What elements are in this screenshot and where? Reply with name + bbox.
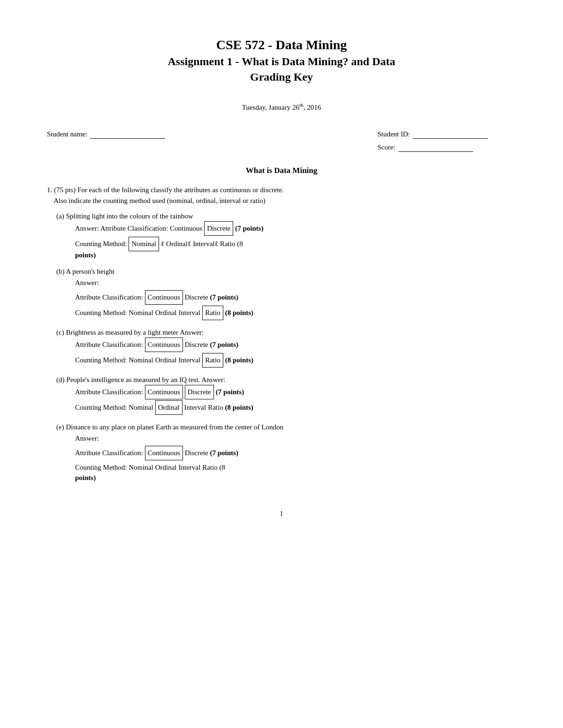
subquestion-c-text: (c) Brightness as measured by a light me… — [56, 329, 516, 337]
title-line1: CSE 572 - Data Mining — [47, 38, 516, 53]
question-1-number: 1. — [47, 186, 54, 194]
subq-a-points-bold: points) — [75, 251, 516, 259]
subquestion-a: (a) Splitting light into the colours of … — [56, 212, 516, 259]
subq-b-ratio-box: Ratio — [202, 306, 223, 320]
subquestion-a-text: (a) Splitting light into the colours of … — [56, 212, 516, 220]
question-1-text-line1: (75 pts) For each of the following class… — [54, 186, 284, 194]
date-text: Tuesday, January 26th, 2016 — [242, 104, 321, 111]
subquestion-e: (e) Distance to any place on planet Eart… — [56, 423, 516, 482]
subq-c-counting-prefix: Counting Method: Nominal — [75, 354, 153, 367]
subquestion-b: (b) A person's height Answer: Attribute … — [56, 268, 516, 320]
date-line: Tuesday, January 26th, 2016 — [47, 102, 516, 112]
title-line2: Assignment 1 - What is Data Mining? and … — [47, 55, 516, 68]
score-underline — [398, 143, 473, 152]
subq-c-discrete: Discrete (7 points) — [185, 338, 238, 351]
subq-b-answer: Answer: — [75, 277, 99, 289]
subq-a-ratio: Ratio (8 — [220, 238, 243, 250]
subq-b-label: (b) — [56, 268, 66, 275]
subq-e-answer: Answer: — [75, 432, 99, 445]
subq-a-label: (a) — [56, 212, 66, 220]
subq-d-attr-row: Attribute Classification: Continuous Dis… — [75, 385, 516, 399]
subq-a-answer-row1: Answer: Attribute Classification: Contin… — [75, 221, 516, 236]
subq-e-attr-prefix: Attribute Classification: — [75, 447, 143, 459]
student-name-field: Student name: — [47, 130, 165, 139]
title-line3: Grading Key — [47, 71, 516, 83]
page-number: 1 — [47, 510, 516, 518]
subq-d-counting-row: Counting Method: Nominal Ordinal Interva… — [75, 400, 516, 415]
subq-c-content: Brightness as measured by a light meter … — [66, 329, 204, 336]
subq-a-counting-row: Counting Method: Nominalℓ Ordinalℓ Inter… — [75, 237, 516, 251]
student-info: Student name: Student ID: Score: — [47, 130, 516, 152]
subquestion-b-text: (b) A person's height — [56, 268, 516, 276]
subquestion-c: (c) Brightness as measured by a light me… — [56, 329, 516, 368]
subq-c-ordinal: Ordinal — [155, 354, 177, 367]
subq-b-counting-prefix: Counting Method: Nominal — [75, 307, 153, 319]
subq-e-counting-row: Counting Method: Nominal Ordinal Interva… — [75, 461, 516, 474]
student-name-section: Student name: — [47, 130, 165, 152]
subq-b-attr-prefix: Attribute Classification: — [75, 291, 143, 304]
subq-b-ordinal: Ordinal — [155, 307, 177, 319]
subq-c-counting-row: Counting Method: Nominal Ordinal Interva… — [75, 353, 516, 368]
subq-e-ratio: Ratio (8 — [202, 461, 225, 474]
student-id-underline — [413, 130, 488, 139]
subq-b-continuous-box: Continuous — [145, 290, 183, 305]
subq-d-counting-prefix: Counting Method: Nominal — [75, 401, 153, 414]
subq-c-label: (c) — [56, 329, 66, 336]
subq-a-nominal-box: Nominal — [129, 237, 159, 251]
subq-e-ordinal: Ordinal — [155, 461, 177, 474]
section-title: What is Data Mining — [47, 166, 516, 175]
subq-d-discrete-box: Discrete — [185, 385, 214, 399]
question-1: 1. (75 pts) For each of the following cl… — [47, 185, 516, 482]
subquestion-d: (d) People's intelligence as measured by… — [56, 376, 516, 415]
subquestion-e-text: (e) Distance to any place on planet Eart… — [56, 423, 516, 431]
subq-a-discrete-box: Discrete — [204, 221, 233, 236]
subq-b-points: (8 points) — [225, 307, 253, 319]
score-field: Score: — [377, 143, 488, 152]
subq-b-discrete: Discrete (7 points) — [185, 291, 238, 304]
subq-a-counting-prefix: Counting Method: — [75, 238, 127, 250]
question-1-intro: 1. (75 pts) For each of the following cl… — [47, 185, 516, 206]
subq-b-content: A person's height — [66, 268, 114, 275]
subq-d-ratio: Ratio (8 points) — [208, 401, 253, 414]
subq-d-interval: Interval — [184, 401, 206, 414]
subq-b-counting-row: Counting Method: Nominal Ordinal Interva… — [75, 306, 516, 320]
subq-a-ordinal: Ordinalℓ — [166, 238, 191, 250]
subq-d-continuous-box: Continuous — [145, 385, 183, 399]
score-label: Score: — [377, 143, 395, 151]
subq-a-interval: Intervalℓ — [193, 238, 218, 250]
subq-e-content: Distance to any place on planet Earth as… — [66, 423, 283, 431]
subq-e-answer-answer: Answer: — [75, 432, 516, 445]
page-header: CSE 572 - Data Mining Assignment 1 - Wha… — [47, 38, 516, 83]
subq-d-points1: (7 points) — [216, 386, 244, 398]
subq-d-attr-prefix: Attribute Classification: — [75, 386, 143, 398]
subq-a-l1: ℓ — [161, 238, 164, 250]
subq-d-ordinal-box: Ordinal — [155, 400, 183, 415]
subq-d-content: People's intelligence as measured by an … — [66, 376, 225, 383]
subq-b-answer-answer: Answer: — [75, 277, 516, 289]
student-id-label: Student ID: — [377, 130, 410, 138]
subq-c-ratio-box: Ratio — [202, 353, 223, 368]
subq-e-continuous-box: Continuous — [145, 446, 183, 460]
subq-c-interval: Interval — [179, 354, 201, 367]
student-id-section: Student ID: Score: — [377, 130, 488, 152]
subq-b-attr-row: Attribute Classification: Continuous Dis… — [75, 290, 516, 305]
subq-a-answer-prefix: Answer: Attribute Classification: Contin… — [75, 222, 202, 235]
subq-c-attr-row: Attribute Classification: Continuous Dis… — [75, 338, 516, 352]
subq-a-content: Splitting light into the colours of the … — [66, 212, 193, 220]
subq-b-interval: Interval — [179, 307, 201, 319]
subq-e-counting-prefix: Counting Method: Nominal — [75, 461, 153, 474]
subq-c-continuous-box: Continuous — [145, 338, 183, 352]
subq-e-label: (e) — [56, 423, 66, 431]
subq-e-attr-row: Attribute Classification: Continuous Dis… — [75, 446, 516, 460]
subq-d-label: (d) — [56, 376, 66, 383]
subq-e-points-bold: points) — [75, 474, 516, 482]
subq-c-attr-prefix: Attribute Classification: — [75, 338, 143, 351]
subq-c-points: (8 points) — [225, 354, 253, 367]
student-name-label: Student name: — [47, 130, 87, 138]
question-1-text-line2: Also indicate the counting method used (… — [53, 197, 266, 204]
student-name-underline — [90, 130, 165, 139]
subq-a-points1: (7 points) — [235, 222, 263, 235]
subq-e-discrete: Discrete (7 points) — [185, 447, 238, 459]
student-id-field: Student ID: — [377, 130, 488, 139]
subq-e-interval: Interval — [179, 461, 201, 474]
